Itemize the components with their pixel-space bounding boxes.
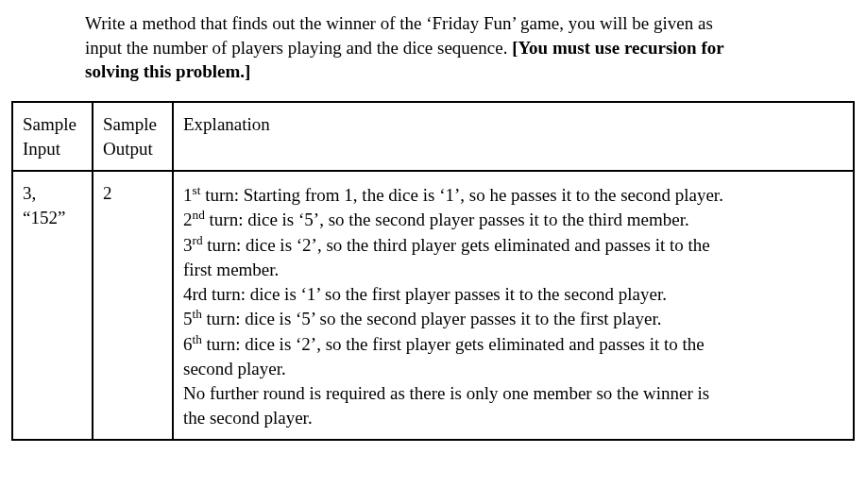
table-header-row: Sample Input Sample Output Explanation (12, 102, 854, 171)
header-expl-text: Explanation (183, 114, 270, 134)
turn5-text: turn: dice is ‘5’ so the second player p… (202, 310, 662, 329)
sample-table-wrapper: Sample Input Sample Output Explanation 3… (11, 101, 855, 441)
turn6-num: 6 (183, 335, 193, 355)
turn5-ord: th (193, 307, 202, 321)
header-output-l2: Output (103, 139, 153, 159)
header-input-l2: Input (23, 139, 60, 159)
turn2-ord: nd (193, 208, 205, 222)
conclusion-l1: No further round is required as there is… (183, 383, 709, 403)
header-sample-output: Sample Output (93, 102, 173, 171)
turn2-text: turn: dice is ‘5’, so the second player … (205, 210, 689, 230)
cell-sample-output: 2 (93, 171, 173, 440)
turn3-ord: rd (193, 233, 203, 247)
problem-constraint-part-2: solving this problem.] (85, 61, 250, 81)
cell-sample-input: 3, “152” (12, 171, 93, 440)
conclusion-l2: the second player. (183, 408, 313, 428)
cell-explanation: 1st turn: Starting from 1, the dice is ‘… (173, 171, 854, 440)
problem-statement: Write a method that finds out the winner… (85, 11, 847, 84)
turn6-ord: th (193, 332, 202, 346)
header-input-l1: Sample (23, 114, 76, 134)
header-output-l1: Sample (103, 114, 157, 134)
sample-table: Sample Input Sample Output Explanation 3… (11, 101, 855, 441)
problem-line-2: input the number of players playing and … (85, 38, 512, 58)
turn4-text: 4rd turn: dice is ‘1’ so the first playe… (183, 284, 667, 304)
header-explanation: Explanation (173, 102, 854, 171)
turn1-text: turn: Starting from 1, the dice is ‘1’, … (200, 185, 723, 205)
turn3-text: turn: dice is ‘2’, so the third player g… (203, 235, 710, 255)
problem-constraint-part-1: [You must use recursion for (512, 38, 723, 58)
turn6-text: turn: dice is ‘2’, so the first player g… (202, 335, 705, 355)
problem-line-1: Write a method that finds out the winner… (85, 13, 713, 33)
output-value: 2 (103, 183, 112, 203)
table-data-row: 3, “152” 2 1st turn: Starting from 1, th… (12, 171, 854, 440)
turn3-cont: first member. (183, 260, 279, 279)
turn6-cont: second player. (183, 359, 286, 378)
input-value-line2: “152” (23, 208, 65, 227)
input-value-line1: 3, (23, 183, 36, 203)
turn2-num: 2 (183, 210, 193, 230)
turn3-num: 3 (183, 235, 193, 255)
header-sample-input: Sample Input (12, 102, 93, 171)
turn1-num: 1 (183, 185, 193, 205)
turn5-num: 5 (183, 310, 193, 329)
